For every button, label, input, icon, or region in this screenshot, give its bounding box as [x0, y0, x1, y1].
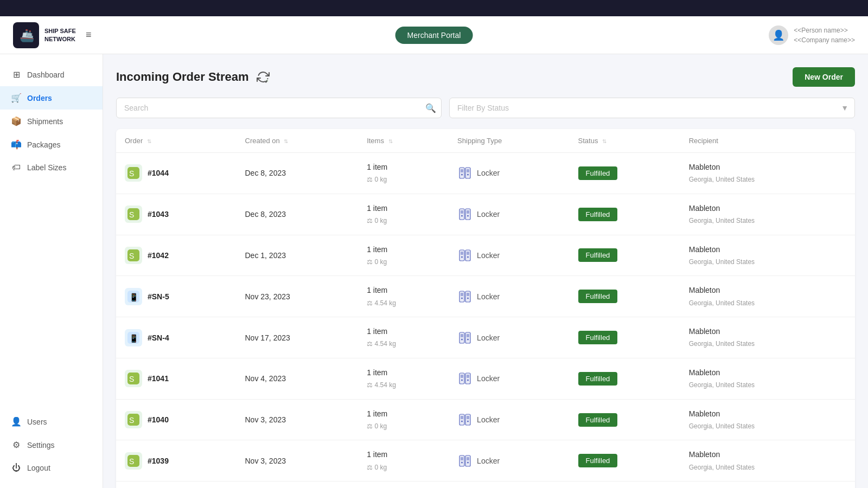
svg-rect-8	[461, 169, 463, 172]
table-row[interactable]: S #1042 Dec 1, 2023 1 item ⚖ 0 kg Locker…	[116, 235, 855, 276]
recipient-cell: Mableton Georgia, United States	[689, 243, 846, 268]
table-row[interactable]: S #1043 Dec 8, 2023 1 item ⚖ 0 kg Locker…	[116, 194, 855, 235]
sidebar-label-settings: Settings	[27, 441, 55, 450]
search-input[interactable]	[116, 98, 442, 118]
table-row[interactable]: S #1041 Nov 4, 2023 1 item ⚖ 4.54 kg Loc…	[116, 358, 855, 399]
orders-table: Order ⇅ Created on ⇅ Items ⇅ Shipping Ty…	[116, 129, 855, 488]
sort-icon-items: ⇅	[388, 138, 393, 144]
recipient-country: Georgia, United States	[689, 421, 846, 433]
sidebar-item-orders[interactable]: 🛒 Orders	[0, 86, 103, 110]
status-badge: Fulfilled	[578, 372, 618, 386]
order-cell: S #1041	[125, 370, 228, 387]
shipping-type: Locker	[477, 169, 500, 177]
status-badge: Fulfilled	[578, 331, 618, 344]
status-badge: Fulfilled	[578, 454, 618, 467]
items-cell: 1 item ⚖ 4.54 kg	[367, 366, 440, 391]
order-icon: S	[125, 206, 142, 223]
recipient-cell: Mableton Georgia, United States	[689, 407, 846, 433]
sidebar-item-dashboard[interactable]: ⊞ Dashboard	[0, 63, 103, 86]
svg-point-66	[461, 461, 463, 463]
sidebar-item-users[interactable]: 👤 Users	[0, 410, 103, 433]
sort-icon-status: ⇅	[602, 138, 607, 144]
order-number: #SN-5	[148, 292, 169, 301]
users-icon: 👤	[11, 416, 22, 427]
items-cell: 1 item ⚖ 0 kg	[367, 243, 440, 268]
hamburger-menu[interactable]: ≡	[86, 29, 92, 41]
table-row[interactable]: S #1038 Nov 3, 2023 1 item ⚖ 0 kg Locker…	[116, 481, 855, 488]
sidebar: ⊞ Dashboard 🛒 Orders 📦 Shipments 📫 Packa…	[0, 54, 103, 488]
order-cell: S #1042	[125, 247, 228, 264]
created-date: Nov 17, 2023	[237, 317, 359, 358]
table-row[interactable]: S #1040 Nov 3, 2023 1 item ⚖ 0 kg Locker…	[116, 399, 855, 440]
svg-point-27	[467, 256, 469, 258]
locker-icon	[457, 289, 473, 304]
svg-point-35	[467, 297, 469, 299]
avatar: 👤	[769, 25, 788, 45]
header-center: Merchant Portal	[395, 27, 473, 44]
sidebar-item-label-sizes[interactable]: 🏷 Label Sizes	[0, 156, 103, 179]
sidebar-nav: ⊞ Dashboard 🛒 Orders 📦 Shipments 📫 Packa…	[0, 63, 103, 179]
table-row[interactable]: S #1039 Nov 3, 2023 1 item ⚖ 0 kg Locker…	[116, 440, 855, 481]
items-count: 1 item	[367, 243, 440, 256]
recipient-cell: Mableton Georgia, United States	[689, 202, 846, 227]
col-items[interactable]: Items ⇅	[358, 129, 449, 153]
table-row[interactable]: 📱 #SN-4 Nov 17, 2023 1 item ⚖ 4.54 kg Lo…	[116, 317, 855, 358]
items-weight: ⚖ 0 kg	[367, 256, 440, 268]
svg-rect-16	[461, 210, 463, 214]
order-number: #1043	[148, 210, 169, 219]
table-row[interactable]: 📱 #SN-5 Nov 23, 2023 1 item ⚖ 4.54 kg Lo…	[116, 276, 855, 317]
order-number: #1039	[148, 457, 169, 465]
svg-point-58	[461, 421, 463, 422]
sidebar-item-settings[interactable]: ⚙ Settings	[0, 433, 103, 457]
shipping-cell: Locker	[457, 289, 560, 304]
status-filter-select[interactable]: Filter By Status Fulfilled Pending Cance…	[449, 98, 855, 118]
refresh-icon[interactable]: ✓	[254, 68, 272, 86]
items-count: 1 item	[367, 202, 440, 215]
col-shipping: Shipping Type	[449, 129, 569, 153]
svg-rect-17	[467, 210, 469, 214]
recipient-country: Georgia, United States	[689, 174, 846, 186]
sidebar-item-packages[interactable]: 📫 Packages	[0, 133, 103, 156]
created-date: Nov 3, 2023	[237, 440, 359, 481]
order-icon: S	[125, 164, 142, 182]
sidebar-item-logout[interactable]: ⏻ Logout	[0, 457, 103, 479]
top-bar	[0, 0, 868, 16]
col-status[interactable]: Status ⇅	[570, 129, 680, 153]
recipient-country: Georgia, United States	[689, 298, 846, 310]
recipient-city: Mableton	[689, 202, 846, 215]
created-date: Dec 1, 2023	[237, 235, 359, 276]
shipping-type: Locker	[477, 333, 500, 342]
search-box: 🔍	[116, 98, 442, 118]
sidebar-item-shipments[interactable]: 📦 Shipments	[0, 110, 103, 133]
col-created[interactable]: Created on ⇅	[237, 129, 359, 153]
shipping-type: Locker	[477, 251, 500, 260]
locker-icon	[457, 165, 473, 181]
table-container: Order ⇅ Created on ⇅ Items ⇅ Shipping Ty…	[116, 129, 855, 488]
items-weight: ⚖ 0 kg	[367, 215, 440, 227]
search-button[interactable]: 🔍	[425, 103, 436, 113]
recipient-country: Georgia, United States	[689, 256, 846, 268]
order-icon: S	[125, 370, 142, 387]
svg-rect-57	[467, 416, 469, 419]
table-row[interactable]: S #1044 Dec 8, 2023 1 item ⚖ 0 kg Locker…	[116, 153, 855, 194]
svg-rect-56	[461, 416, 463, 419]
items-cell: 1 item ⚖ 0 kg	[367, 202, 440, 227]
items-cell: 1 item ⚖ 0 kg	[367, 407, 440, 433]
status-badge: Fulfilled	[578, 248, 618, 262]
shipping-type: Locker	[477, 374, 500, 383]
svg-point-42	[461, 338, 463, 340]
items-weight: ⚖ 4.54 kg	[367, 298, 440, 310]
recipient-city: Mableton	[689, 448, 846, 461]
items-weight: ⚖ 0 kg	[367, 174, 440, 186]
svg-point-50	[461, 380, 463, 381]
sidebar-bottom: 👤 Users ⚙ Settings ⏻ Logout	[0, 410, 103, 479]
merchant-portal-button[interactable]: Merchant Portal	[395, 27, 473, 44]
status-badge: Fulfilled	[578, 166, 618, 180]
items-weight: ⚖ 4.54 kg	[367, 380, 440, 391]
recipient-city: Mableton	[689, 407, 846, 421]
locker-icon	[457, 248, 473, 263]
col-order[interactable]: Order ⇅	[116, 129, 237, 153]
new-order-button[interactable]: New Order	[793, 67, 855, 87]
packages-icon: 📫	[11, 139, 22, 150]
created-date: Nov 3, 2023	[237, 399, 359, 440]
